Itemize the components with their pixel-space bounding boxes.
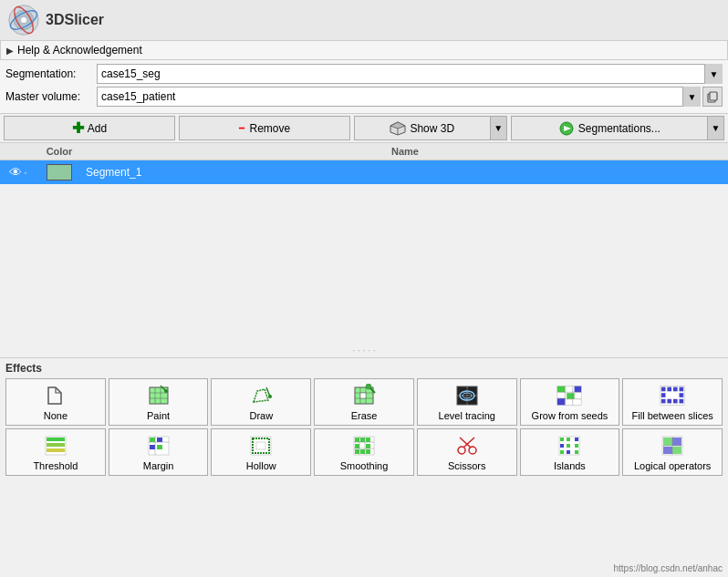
svg-rect-87	[575, 438, 578, 441]
add-label: Add	[88, 122, 107, 135]
svg-rect-44	[668, 387, 672, 392]
effect-logical-operators-label: Logical operators	[634, 460, 711, 471]
svg-rect-49	[661, 399, 666, 404]
svg-rect-25	[360, 393, 366, 398]
svg-rect-75	[366, 449, 370, 454]
margin-icon	[145, 433, 172, 459]
svg-rect-66	[256, 442, 265, 449]
svg-rect-45	[673, 387, 678, 392]
master-volume-select[interactable]: case15_patient	[97, 87, 701, 107]
effect-scissors-button[interactable]: Scissors	[417, 428, 517, 476]
svg-rect-43	[661, 387, 666, 392]
segmentation-row: Segmentation: case15_seg ▼	[5, 64, 723, 84]
svg-rect-61	[157, 445, 162, 449]
svg-rect-90	[575, 444, 578, 448]
effect-grow-from-seeds-button[interactable]: Grow from seeds	[520, 378, 620, 426]
svg-rect-46	[680, 387, 684, 392]
segmentations-icon	[558, 121, 575, 136]
svg-rect-58	[150, 438, 155, 442]
effect-smoothing-button[interactable]: Smoothing	[314, 428, 414, 476]
svg-rect-69	[360, 438, 365, 442]
svg-rect-50	[668, 399, 672, 404]
effect-margin-label: Margin	[143, 460, 174, 471]
svg-rect-92	[567, 450, 570, 454]
show3d-icon	[390, 121, 406, 136]
effect-hollow-button[interactable]: Hollow	[211, 428, 311, 476]
master-volume-label: Master volume:	[5, 90, 97, 103]
svg-rect-89	[567, 444, 570, 448]
scissors-icon	[453, 433, 481, 459]
fill-between-slices-icon	[659, 383, 686, 408]
svg-rect-59	[157, 438, 162, 442]
svg-rect-86	[567, 438, 570, 441]
svg-rect-34	[557, 386, 565, 393]
svg-rect-85	[560, 438, 564, 441]
watermark: https://blog.csdn.net/anhac	[613, 563, 723, 573]
effect-none-button[interactable]: None	[5, 378, 106, 426]
segment-row-color	[36, 164, 82, 180]
svg-point-4	[20, 16, 26, 23]
remove-button[interactable]: ━ Remove	[179, 116, 350, 140]
effect-logical-operators-button[interactable]: Logical operators	[622, 428, 723, 476]
segment-header-name: Name	[82, 146, 728, 157]
smoothing-icon	[350, 433, 378, 459]
effect-none-label: None	[44, 410, 68, 421]
effect-level-tracing-button[interactable]: Level tracing	[417, 378, 517, 426]
effect-paint-button[interactable]: Paint	[109, 378, 209, 426]
hollow-icon	[247, 433, 275, 459]
segment-header-color: Color	[36, 146, 82, 157]
erase-icon	[350, 383, 378, 408]
svg-point-19	[268, 395, 272, 398]
svg-rect-6	[710, 92, 717, 100]
segmentations-main[interactable]: Segmentations...	[512, 117, 707, 139]
segmentation-select-wrapper: case15_seg ▼	[97, 64, 723, 84]
divider: · · · · ·	[0, 344, 728, 357]
effect-erase-label: Erase	[351, 410, 378, 421]
paint-icon	[145, 383, 172, 408]
show3d-label: Show 3D	[410, 122, 454, 135]
svg-rect-68	[355, 438, 359, 442]
app-logo	[7, 4, 40, 36]
effect-erase-button[interactable]: Erase	[314, 378, 414, 426]
effect-hollow-label: Hollow	[246, 460, 276, 471]
svg-rect-60	[150, 445, 155, 449]
effects-row-2: Threshold Margin	[5, 428, 723, 476]
add-button[interactable]: ✚ Add	[4, 116, 175, 140]
segment-row-icons: 👁 ◦	[0, 165, 36, 180]
master-volume-row: Master volume: case15_patient ▼	[5, 87, 723, 107]
svg-rect-35	[567, 393, 575, 399]
segmentations-label: Segmentations...	[578, 122, 660, 135]
islands-icon	[556, 433, 583, 459]
segment-row-name: Segment_1	[82, 166, 728, 179]
svg-rect-74	[360, 449, 365, 454]
effect-draw-label: Draw	[249, 410, 273, 421]
visibility-icon: ◦	[24, 168, 27, 178]
none-icon	[42, 383, 69, 408]
svg-rect-54	[47, 438, 65, 441]
effect-islands-label: Islands	[554, 460, 586, 471]
effects-label: Effects	[5, 362, 723, 375]
show3d-main[interactable]: Show 3D	[355, 117, 490, 139]
master-volume-select-wrapper: case15_patient ▼	[97, 87, 701, 107]
effects-row-1: None Paint	[5, 378, 723, 426]
help-bar[interactable]: ▶ Help & Acknowledgement	[0, 41, 728, 60]
segmentations-arrow[interactable]: ▼	[707, 117, 723, 139]
segmentation-select[interactable]: case15_seg	[97, 64, 723, 84]
svg-rect-56	[47, 448, 65, 452]
svg-point-27	[366, 384, 371, 389]
toolbar: ✚ Add ━ Remove Show 3D ▼ Segmentations..	[0, 114, 728, 143]
svg-rect-52	[680, 399, 684, 404]
table-row[interactable]: 👁 ◦ Segment_1	[0, 160, 728, 184]
show3d-arrow[interactable]: ▼	[490, 117, 506, 139]
effect-draw-button[interactable]: Draw	[211, 378, 311, 426]
effect-islands-button[interactable]: Islands	[520, 428, 620, 476]
effect-margin-button[interactable]: Margin	[109, 428, 209, 476]
copy-button[interactable]	[702, 87, 723, 107]
help-expand-icon: ▶	[6, 46, 14, 56]
effect-grow-from-seeds-label: Grow from seeds	[532, 410, 608, 421]
effect-fill-between-slices-button[interactable]: Fill between slices	[622, 378, 723, 426]
effect-threshold-button[interactable]: Threshold	[5, 428, 106, 476]
effect-smoothing-label: Smoothing	[340, 460, 389, 471]
grow-from-seeds-icon	[556, 383, 583, 408]
svg-rect-97	[663, 447, 672, 454]
